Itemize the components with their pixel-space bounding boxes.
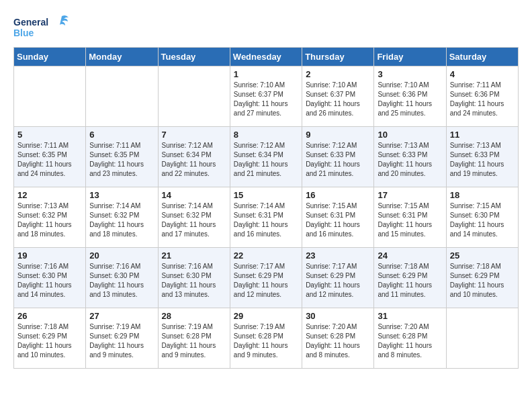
day-info: Sunrise: 7:19 AM Sunset: 6:29 PM Dayligh…: [89, 322, 154, 360]
calendar-day-cell: 6Sunrise: 7:11 AM Sunset: 6:35 PM Daylig…: [86, 127, 158, 187]
day-number: 11: [450, 130, 515, 140]
calendar-day-cell: 30Sunrise: 7:20 AM Sunset: 6:28 PM Dayli…: [302, 308, 374, 369]
weekday-header-wednesday: Wednesday: [230, 48, 302, 66]
calendar-week-row: 1Sunrise: 7:10 AM Sunset: 6:37 PM Daylig…: [14, 66, 519, 127]
day-number: 17: [378, 190, 442, 200]
calendar-day-cell: 7Sunrise: 7:12 AM Sunset: 6:34 PM Daylig…: [158, 127, 230, 187]
day-info: Sunrise: 7:10 AM Sunset: 6:37 PM Dayligh…: [306, 81, 370, 118]
calendar-day-cell: 16Sunrise: 7:15 AM Sunset: 6:31 PM Dayli…: [302, 187, 374, 248]
day-info: Sunrise: 7:15 AM Sunset: 6:31 PM Dayligh…: [306, 201, 370, 239]
day-number: 8: [234, 130, 298, 140]
calendar-day-cell: 14Sunrise: 7:14 AM Sunset: 6:32 PM Dayli…: [158, 187, 230, 248]
day-number: 12: [17, 190, 82, 200]
day-number: 3: [378, 69, 442, 79]
day-info: Sunrise: 7:14 AM Sunset: 6:31 PM Dayligh…: [234, 201, 298, 239]
calendar-day-cell: 19Sunrise: 7:16 AM Sunset: 6:30 PM Dayli…: [14, 248, 86, 308]
calendar-week-row: 12Sunrise: 7:13 AM Sunset: 6:32 PM Dayli…: [14, 187, 519, 248]
logo: GeneralBlue: [13, 13, 74, 40]
day-number: 24: [378, 250, 442, 261]
calendar-day-cell: 22Sunrise: 7:17 AM Sunset: 6:29 PM Dayli…: [230, 248, 302, 308]
calendar-day-cell: 26Sunrise: 7:18 AM Sunset: 6:29 PM Dayli…: [14, 308, 86, 369]
calendar-day-cell: 17Sunrise: 7:15 AM Sunset: 6:31 PM Dayli…: [374, 187, 446, 248]
day-info: Sunrise: 7:13 AM Sunset: 6:33 PM Dayligh…: [450, 141, 515, 179]
day-info: Sunrise: 7:11 AM Sunset: 6:36 PM Dayligh…: [450, 81, 515, 118]
day-number: 1: [234, 69, 298, 79]
day-info: Sunrise: 7:14 AM Sunset: 6:32 PM Dayligh…: [89, 201, 154, 239]
calendar-day-cell: 18Sunrise: 7:15 AM Sunset: 6:30 PM Dayli…: [446, 187, 518, 248]
day-number: 13: [89, 190, 154, 200]
day-info: Sunrise: 7:13 AM Sunset: 6:32 PM Dayligh…: [17, 201, 82, 239]
day-info: Sunrise: 7:18 AM Sunset: 6:29 PM Dayligh…: [378, 262, 442, 300]
day-number: 6: [89, 130, 154, 140]
day-info: Sunrise: 7:18 AM Sunset: 6:29 PM Dayligh…: [450, 262, 515, 300]
day-info: Sunrise: 7:15 AM Sunset: 6:31 PM Dayligh…: [378, 201, 442, 239]
day-number: 27: [89, 311, 154, 321]
day-info: Sunrise: 7:13 AM Sunset: 6:33 PM Dayligh…: [378, 141, 442, 179]
day-info: Sunrise: 7:20 AM Sunset: 6:28 PM Dayligh…: [306, 322, 370, 360]
calendar-week-row: 5Sunrise: 7:11 AM Sunset: 6:35 PM Daylig…: [14, 127, 519, 187]
day-number: 19: [17, 250, 82, 261]
day-info: Sunrise: 7:19 AM Sunset: 6:28 PM Dayligh…: [234, 322, 298, 360]
day-info: Sunrise: 7:12 AM Sunset: 6:34 PM Dayligh…: [162, 141, 226, 179]
calendar-day-cell: 1Sunrise: 7:10 AM Sunset: 6:37 PM Daylig…: [230, 66, 302, 127]
day-number: 7: [162, 130, 226, 140]
day-info: Sunrise: 7:10 AM Sunset: 6:36 PM Dayligh…: [378, 81, 442, 118]
day-info: Sunrise: 7:12 AM Sunset: 6:34 PM Dayligh…: [234, 141, 298, 179]
calendar-day-cell: 27Sunrise: 7:19 AM Sunset: 6:29 PM Dayli…: [86, 308, 158, 369]
calendar-day-cell: 4Sunrise: 7:11 AM Sunset: 6:36 PM Daylig…: [446, 66, 518, 127]
weekday-header-tuesday: Tuesday: [158, 48, 230, 66]
calendar-day-cell: 8Sunrise: 7:12 AM Sunset: 6:34 PM Daylig…: [230, 127, 302, 187]
day-number: 15: [234, 190, 298, 200]
day-info: Sunrise: 7:18 AM Sunset: 6:29 PM Dayligh…: [17, 322, 82, 360]
day-number: 14: [162, 190, 226, 200]
calendar-day-cell: 23Sunrise: 7:17 AM Sunset: 6:29 PM Dayli…: [302, 248, 374, 308]
day-info: Sunrise: 7:16 AM Sunset: 6:30 PM Dayligh…: [89, 262, 154, 300]
svg-text:General: General: [13, 17, 48, 28]
day-number: 20: [89, 250, 154, 261]
calendar-day-cell: 13Sunrise: 7:14 AM Sunset: 6:32 PM Dayli…: [86, 187, 158, 248]
day-number: 10: [378, 130, 442, 140]
day-number: 30: [306, 311, 370, 321]
calendar-week-row: 19Sunrise: 7:16 AM Sunset: 6:30 PM Dayli…: [14, 248, 519, 308]
calendar-day-cell: 12Sunrise: 7:13 AM Sunset: 6:32 PM Dayli…: [14, 187, 86, 248]
calendar-day-cell: 9Sunrise: 7:12 AM Sunset: 6:33 PM Daylig…: [302, 127, 374, 187]
calendar-table: SundayMondayTuesdayWednesdayThursdayFrid…: [13, 47, 519, 369]
day-info: Sunrise: 7:12 AM Sunset: 6:33 PM Dayligh…: [306, 141, 370, 179]
day-number: 16: [306, 190, 370, 200]
weekday-header-monday: Monday: [86, 48, 158, 66]
day-number: 5: [17, 130, 82, 140]
day-info: Sunrise: 7:14 AM Sunset: 6:32 PM Dayligh…: [162, 201, 226, 239]
day-number: 9: [306, 130, 370, 140]
weekday-header-saturday: Saturday: [446, 48, 518, 66]
calendar-day-cell: 25Sunrise: 7:18 AM Sunset: 6:29 PM Dayli…: [446, 248, 518, 308]
page-header: GeneralBlue: [13, 13, 519, 40]
day-info: Sunrise: 7:20 AM Sunset: 6:28 PM Dayligh…: [378, 322, 442, 360]
weekday-header-friday: Friday: [374, 48, 446, 66]
calendar-day-cell: [86, 66, 158, 127]
calendar-day-cell: 21Sunrise: 7:16 AM Sunset: 6:30 PM Dayli…: [158, 248, 230, 308]
weekday-header-thursday: Thursday: [302, 48, 374, 66]
day-info: Sunrise: 7:16 AM Sunset: 6:30 PM Dayligh…: [162, 262, 226, 300]
calendar-day-cell: 5Sunrise: 7:11 AM Sunset: 6:35 PM Daylig…: [14, 127, 86, 187]
day-number: 2: [306, 69, 370, 79]
day-number: 28: [162, 311, 226, 321]
day-info: Sunrise: 7:17 AM Sunset: 6:29 PM Dayligh…: [234, 262, 298, 300]
day-info: Sunrise: 7:16 AM Sunset: 6:30 PM Dayligh…: [17, 262, 82, 300]
day-info: Sunrise: 7:15 AM Sunset: 6:30 PM Dayligh…: [450, 201, 515, 239]
calendar-day-cell: [14, 66, 86, 127]
calendar-day-cell: 31Sunrise: 7:20 AM Sunset: 6:28 PM Dayli…: [374, 308, 446, 369]
day-info: Sunrise: 7:17 AM Sunset: 6:29 PM Dayligh…: [306, 262, 370, 300]
day-info: Sunrise: 7:11 AM Sunset: 6:35 PM Dayligh…: [89, 141, 154, 179]
calendar-day-cell: 20Sunrise: 7:16 AM Sunset: 6:30 PM Dayli…: [86, 248, 158, 308]
day-number: 22: [234, 250, 298, 261]
calendar-day-cell: 11Sunrise: 7:13 AM Sunset: 6:33 PM Dayli…: [446, 127, 518, 187]
calendar-header-row: SundayMondayTuesdayWednesdayThursdayFrid…: [14, 48, 519, 66]
day-number: 18: [450, 190, 515, 200]
general-blue-logo: GeneralBlue: [13, 13, 74, 40]
calendar-day-cell: 28Sunrise: 7:19 AM Sunset: 6:28 PM Dayli…: [158, 308, 230, 369]
calendar-day-cell: 15Sunrise: 7:14 AM Sunset: 6:31 PM Dayli…: [230, 187, 302, 248]
weekday-header-sunday: Sunday: [14, 48, 86, 66]
day-number: 4: [450, 69, 515, 79]
day-number: 26: [17, 311, 82, 321]
calendar-day-cell: 3Sunrise: 7:10 AM Sunset: 6:36 PM Daylig…: [374, 66, 446, 127]
